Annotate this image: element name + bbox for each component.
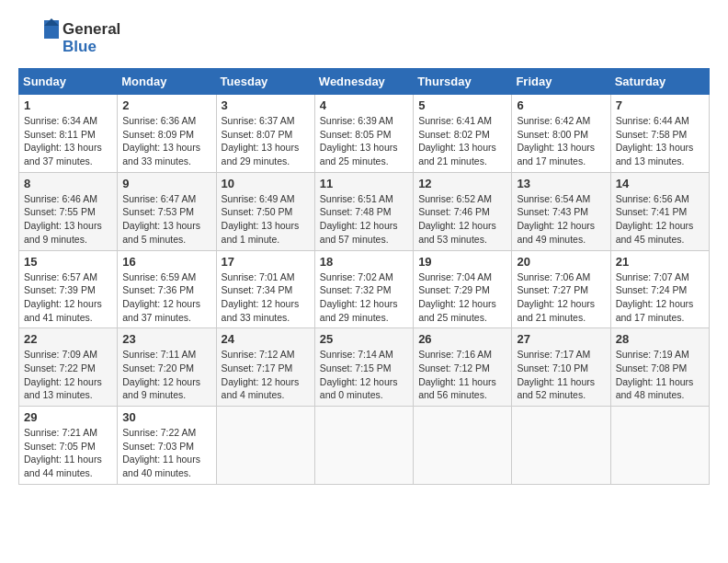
day-number: 10 xyxy=(222,177,310,190)
calendar-cell: 21Sunrise: 7:07 AM Sunset: 7:24 PM Dayli… xyxy=(610,250,709,328)
day-info: Sunrise: 7:16 AM Sunset: 7:12 PM Dayligh… xyxy=(418,348,506,402)
weekday-header-saturday: Saturday xyxy=(610,69,709,95)
day-info: Sunrise: 6:42 AM Sunset: 8:00 PM Dayligh… xyxy=(517,114,605,168)
day-number: 24 xyxy=(222,332,310,346)
day-number: 12 xyxy=(418,177,506,190)
day-number: 5 xyxy=(418,98,506,112)
calendar-cell: 28Sunrise: 7:19 AM Sunset: 7:08 PM Dayli… xyxy=(610,328,709,407)
logo-blue: Blue xyxy=(63,39,120,56)
calendar-cell: 5Sunrise: 6:41 AM Sunset: 8:02 PM Daylig… xyxy=(414,95,512,173)
day-number: 19 xyxy=(418,255,506,269)
day-info: Sunrise: 7:11 AM Sunset: 7:20 PM Dayligh… xyxy=(122,348,210,402)
day-info: Sunrise: 7:21 AM Sunset: 7:05 PM Dayligh… xyxy=(24,426,112,480)
calendar-cell: 29Sunrise: 7:21 AM Sunset: 7:05 PM Dayli… xyxy=(19,407,118,485)
day-info: Sunrise: 7:01 AM Sunset: 7:34 PM Dayligh… xyxy=(222,270,310,325)
day-number: 2 xyxy=(122,98,210,112)
week-row-1: 1Sunrise: 6:34 AM Sunset: 8:11 PM Daylig… xyxy=(19,95,710,173)
weekday-header-wednesday: Wednesday xyxy=(314,69,413,95)
day-info: Sunrise: 6:59 AM Sunset: 7:36 PM Dayligh… xyxy=(122,270,210,325)
logo-svg xyxy=(18,18,59,59)
weekday-header-tuesday: Tuesday xyxy=(216,69,314,95)
calendar-cell: 27Sunrise: 7:17 AM Sunset: 7:10 PM Dayli… xyxy=(512,328,610,407)
day-number: 17 xyxy=(222,255,310,269)
weekday-header-row: SundayMondayTuesdayWednesdayThursdayFrid… xyxy=(19,69,710,95)
weekday-header-friday: Friday xyxy=(512,69,610,95)
day-info: Sunrise: 7:22 AM Sunset: 7:03 PM Dayligh… xyxy=(122,426,210,480)
day-number: 4 xyxy=(320,98,408,112)
calendar-cell: 7Sunrise: 6:44 AM Sunset: 7:58 PM Daylig… xyxy=(610,95,709,173)
calendar-cell: 13Sunrise: 6:54 AM Sunset: 7:43 PM Dayli… xyxy=(512,172,610,250)
day-number: 16 xyxy=(122,255,210,269)
calendar-table: SundayMondayTuesdayWednesdayThursdayFrid… xyxy=(18,68,710,485)
day-number: 8 xyxy=(24,177,112,190)
page-header: GeneralBlue xyxy=(18,18,710,59)
day-info: Sunrise: 7:12 AM Sunset: 7:17 PM Dayligh… xyxy=(222,348,310,402)
day-number: 13 xyxy=(517,177,605,190)
day-number: 22 xyxy=(24,332,112,346)
day-info: Sunrise: 7:02 AM Sunset: 7:32 PM Dayligh… xyxy=(320,270,408,325)
day-info: Sunrise: 6:52 AM Sunset: 7:46 PM Dayligh… xyxy=(418,192,506,247)
calendar-cell: 20Sunrise: 7:06 AM Sunset: 7:27 PM Dayli… xyxy=(512,250,610,328)
day-info: Sunrise: 7:19 AM Sunset: 7:08 PM Dayligh… xyxy=(616,348,704,402)
calendar-cell xyxy=(414,407,512,485)
week-row-5: 29Sunrise: 7:21 AM Sunset: 7:05 PM Dayli… xyxy=(19,407,710,485)
calendar-cell: 26Sunrise: 7:16 AM Sunset: 7:12 PM Dayli… xyxy=(414,328,512,407)
calendar-cell xyxy=(610,407,709,485)
day-info: Sunrise: 7:09 AM Sunset: 7:22 PM Dayligh… xyxy=(24,348,112,402)
calendar-cell: 3Sunrise: 6:37 AM Sunset: 8:07 PM Daylig… xyxy=(216,95,314,173)
calendar-cell: 19Sunrise: 7:04 AM Sunset: 7:29 PM Dayli… xyxy=(414,250,512,328)
day-info: Sunrise: 6:44 AM Sunset: 7:58 PM Dayligh… xyxy=(616,114,704,168)
day-number: 14 xyxy=(616,177,704,190)
calendar-cell: 11Sunrise: 6:51 AM Sunset: 7:48 PM Dayli… xyxy=(314,172,413,250)
calendar-cell: 4Sunrise: 6:39 AM Sunset: 8:05 PM Daylig… xyxy=(314,95,413,173)
day-number: 20 xyxy=(517,255,605,269)
day-info: Sunrise: 6:46 AM Sunset: 7:55 PM Dayligh… xyxy=(24,192,112,247)
logo: GeneralBlue xyxy=(18,18,120,59)
calendar-cell: 1Sunrise: 6:34 AM Sunset: 8:11 PM Daylig… xyxy=(19,95,118,173)
week-row-2: 8Sunrise: 6:46 AM Sunset: 7:55 PM Daylig… xyxy=(19,172,710,250)
day-number: 9 xyxy=(122,177,210,190)
calendar-cell: 9Sunrise: 6:47 AM Sunset: 7:53 PM Daylig… xyxy=(118,172,216,250)
day-info: Sunrise: 6:57 AM Sunset: 7:39 PM Dayligh… xyxy=(24,270,112,325)
logo-text-block: GeneralBlue xyxy=(63,21,120,55)
week-row-3: 15Sunrise: 6:57 AM Sunset: 7:39 PM Dayli… xyxy=(19,250,710,328)
day-number: 1 xyxy=(24,98,112,112)
day-number: 27 xyxy=(517,332,605,346)
day-info: Sunrise: 7:14 AM Sunset: 7:15 PM Dayligh… xyxy=(320,348,408,402)
weekday-header-thursday: Thursday xyxy=(414,69,512,95)
day-info: Sunrise: 6:54 AM Sunset: 7:43 PM Dayligh… xyxy=(517,192,605,247)
calendar-cell: 24Sunrise: 7:12 AM Sunset: 7:17 PM Dayli… xyxy=(216,328,314,407)
day-info: Sunrise: 6:41 AM Sunset: 8:02 PM Dayligh… xyxy=(418,114,506,168)
calendar-cell: 23Sunrise: 7:11 AM Sunset: 7:20 PM Dayli… xyxy=(118,328,216,407)
calendar-cell: 30Sunrise: 7:22 AM Sunset: 7:03 PM Dayli… xyxy=(118,407,216,485)
day-info: Sunrise: 6:39 AM Sunset: 8:05 PM Dayligh… xyxy=(320,114,408,168)
day-number: 29 xyxy=(24,410,112,424)
day-number: 7 xyxy=(616,98,704,112)
day-info: Sunrise: 6:37 AM Sunset: 8:07 PM Dayligh… xyxy=(222,114,310,168)
day-number: 25 xyxy=(320,332,408,346)
day-number: 28 xyxy=(616,332,704,346)
calendar-cell: 15Sunrise: 6:57 AM Sunset: 7:39 PM Dayli… xyxy=(19,250,118,328)
day-info: Sunrise: 7:04 AM Sunset: 7:29 PM Dayligh… xyxy=(418,270,506,325)
day-info: Sunrise: 6:56 AM Sunset: 7:41 PM Dayligh… xyxy=(616,192,704,247)
day-info: Sunrise: 6:49 AM Sunset: 7:50 PM Dayligh… xyxy=(222,192,310,247)
day-number: 18 xyxy=(320,255,408,269)
calendar-cell: 16Sunrise: 6:59 AM Sunset: 7:36 PM Dayli… xyxy=(118,250,216,328)
day-number: 30 xyxy=(122,410,210,424)
day-info: Sunrise: 6:51 AM Sunset: 7:48 PM Dayligh… xyxy=(320,192,408,247)
weekday-header-sunday: Sunday xyxy=(19,69,118,95)
calendar-cell: 18Sunrise: 7:02 AM Sunset: 7:32 PM Dayli… xyxy=(314,250,413,328)
logo-general: General xyxy=(63,21,120,39)
day-number: 3 xyxy=(222,98,310,112)
calendar-cell: 2Sunrise: 6:36 AM Sunset: 8:09 PM Daylig… xyxy=(118,95,216,173)
day-info: Sunrise: 6:34 AM Sunset: 8:11 PM Dayligh… xyxy=(24,114,112,168)
calendar-cell: 22Sunrise: 7:09 AM Sunset: 7:22 PM Dayli… xyxy=(19,328,118,407)
calendar-cell xyxy=(216,407,314,485)
day-info: Sunrise: 7:06 AM Sunset: 7:27 PM Dayligh… xyxy=(517,270,605,325)
day-number: 21 xyxy=(616,255,704,269)
calendar-cell: 14Sunrise: 6:56 AM Sunset: 7:41 PM Dayli… xyxy=(610,172,709,250)
calendar-cell: 17Sunrise: 7:01 AM Sunset: 7:34 PM Dayli… xyxy=(216,250,314,328)
day-info: Sunrise: 7:17 AM Sunset: 7:10 PM Dayligh… xyxy=(517,348,605,402)
day-info: Sunrise: 6:36 AM Sunset: 8:09 PM Dayligh… xyxy=(122,114,210,168)
calendar-cell: 25Sunrise: 7:14 AM Sunset: 7:15 PM Dayli… xyxy=(314,328,413,407)
